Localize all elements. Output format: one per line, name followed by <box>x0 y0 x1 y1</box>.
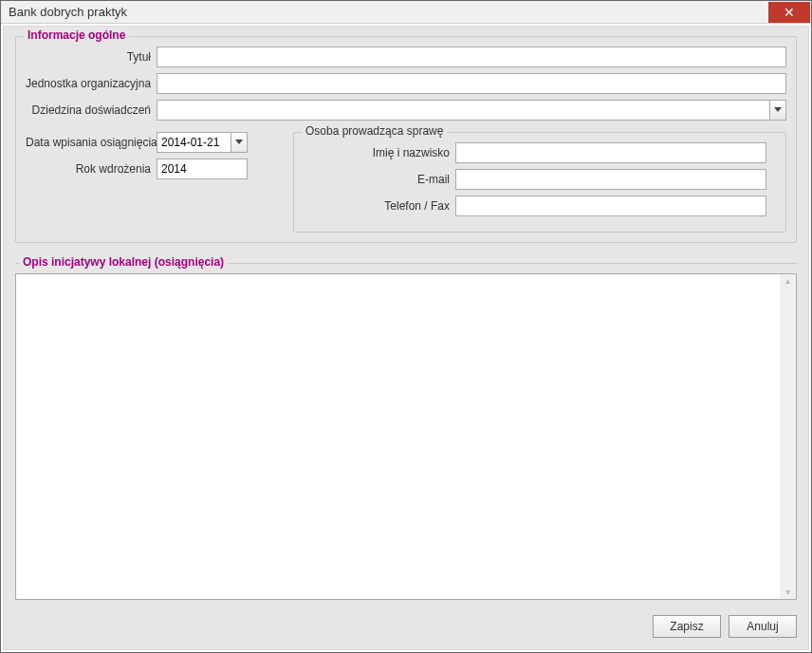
dialog-window: Bank dobrych praktyk ✕ Informacje ogólne… <box>0 0 812 653</box>
input-title[interactable] <box>157 47 786 67</box>
input-phone[interactable] <box>455 196 766 216</box>
input-person-name[interactable] <box>455 142 766 163</box>
close-button[interactable]: ✕ <box>768 2 810 23</box>
section-description: Opis inicjatywy lokalnej (osiągnięcia) ▴… <box>15 256 797 600</box>
label-year: Rok wdrożenia <box>26 162 157 176</box>
col-dates: Data wpisania osiągnięcia Rok wdrożenia <box>26 132 282 233</box>
dialog-footer: Zapisz Anuluj <box>15 613 797 638</box>
textarea-description-wrap: ▴ ▾ <box>15 273 797 600</box>
fieldset-general-legend: Informacje ogólne <box>24 28 129 42</box>
label-email: E-mail <box>294 173 455 186</box>
fieldset-general: Informacje ogólne Tytuł Jednostka organi… <box>15 36 797 243</box>
section-description-legend: Opis inicjatywy lokalnej (osiągnięcia) <box>19 255 228 269</box>
titlebar: Bank dobrych praktyk ✕ <box>1 1 811 24</box>
combo-domain[interactable] <box>157 100 786 121</box>
input-email[interactable] <box>455 169 766 190</box>
window-title: Bank dobrych praktyk <box>9 5 127 19</box>
dialog-body: Informacje ogólne Tytuł Jednostka organi… <box>3 26 809 650</box>
label-phone: Telefon / Fax <box>294 199 455 213</box>
label-org-unit: Jednostka organizacyjna <box>26 77 157 90</box>
general-rows: Tytuł Jednostka organizacyjna Dziedzina … <box>26 47 786 121</box>
input-org-unit[interactable] <box>157 73 786 94</box>
save-button[interactable]: Zapisz <box>653 615 721 638</box>
general-two-col: Data wpisania osiągnięcia Rok wdrożenia <box>26 132 786 233</box>
close-icon: ✕ <box>784 6 795 19</box>
chevron-down-icon <box>235 140 243 145</box>
textarea-description[interactable] <box>16 274 780 599</box>
label-domain: Dziedzina doświadczeń <box>26 103 157 117</box>
cancel-button[interactable]: Anuluj <box>729 615 797 638</box>
scroll-up-icon: ▴ <box>785 276 790 286</box>
date-entry-button[interactable] <box>231 132 248 153</box>
scrollbar[interactable]: ▴ ▾ <box>780 274 796 599</box>
combo-domain-input[interactable] <box>157 100 769 121</box>
chevron-down-icon <box>774 107 782 113</box>
fieldset-contact: Osoba prowadząca sprawę Imię i nazwisko … <box>293 132 786 233</box>
input-year[interactable] <box>157 159 248 179</box>
label-person-name: Imię i nazwisko <box>294 146 455 159</box>
label-entry-date: Data wpisania osiągnięcia <box>26 136 157 149</box>
label-title: Tytuł <box>26 50 157 64</box>
date-entry-input[interactable] <box>157 132 231 153</box>
scroll-down-icon: ▾ <box>785 588 790 597</box>
fieldset-contact-legend: Osoba prowadząca sprawę <box>302 124 447 138</box>
combo-domain-button[interactable] <box>769 100 786 121</box>
contact-rows: Imię i nazwisko E-mail Telefon / Fax <box>294 142 776 216</box>
date-entry[interactable] <box>157 132 248 153</box>
